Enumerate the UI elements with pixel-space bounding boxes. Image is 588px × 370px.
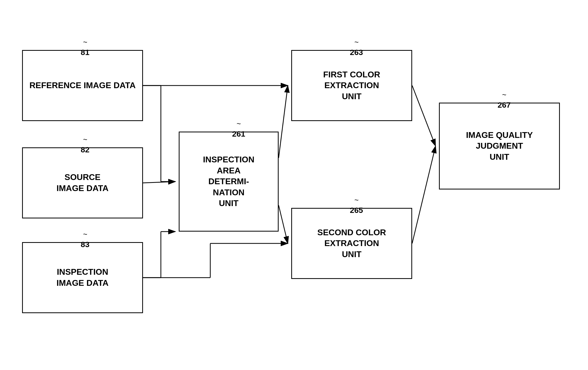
diagram: REFERENCE IMAGE DATA ~ 81 SOURCEIMAGE DA… xyxy=(0,0,588,370)
second-color-box: SECOND COLOREXTRACTIONUNIT ~ 265 xyxy=(291,208,412,279)
svg-line-13 xyxy=(279,86,288,158)
image-quality-label: IMAGE QUALITYJUDGMENTUNIT xyxy=(466,130,533,163)
reference-image-label: REFERENCE IMAGE DATA xyxy=(29,80,136,91)
ref-81-label: ~ 81 xyxy=(81,38,89,57)
inspection-image-box: INSPECTIONIMAGE DATA ~ 83 xyxy=(22,242,143,313)
first-color-label: FIRST COLOREXTRACTIONUNIT xyxy=(323,69,380,102)
source-image-box: SOURCEIMAGE DATA ~ 82 xyxy=(22,147,143,218)
reference-image-box: REFERENCE IMAGE DATA ~ 81 xyxy=(22,50,143,121)
ref-83-label: ~ 83 xyxy=(81,230,89,249)
second-color-label: SECOND COLOREXTRACTIONUNIT xyxy=(317,227,386,260)
image-quality-box: IMAGE QUALITYJUDGMENTUNIT ~ 267 xyxy=(439,103,560,189)
svg-line-14 xyxy=(279,205,288,243)
svg-line-16 xyxy=(412,146,436,243)
first-color-box: FIRST COLOREXTRACTIONUNIT ~ 263 xyxy=(291,50,412,121)
ref-265-label: ~ 265 xyxy=(350,196,363,215)
inspection-area-label: INSPECTIONAREADETERMI-NATIONUNIT xyxy=(203,154,254,209)
svg-line-6 xyxy=(143,182,175,183)
ref-263-label: ~ 263 xyxy=(350,38,363,57)
svg-line-15 xyxy=(412,86,436,146)
inspection-area-box: INSPECTIONAREADETERMI-NATIONUNIT ~ 261 xyxy=(179,132,279,232)
ref-82-label: ~ 82 xyxy=(81,135,89,155)
inspection-image-label: INSPECTIONIMAGE DATA xyxy=(57,267,109,288)
ref-261-label: ~ 261 xyxy=(232,119,245,139)
ref-267-label: ~ 267 xyxy=(498,90,511,110)
source-image-label: SOURCEIMAGE DATA xyxy=(57,172,109,194)
